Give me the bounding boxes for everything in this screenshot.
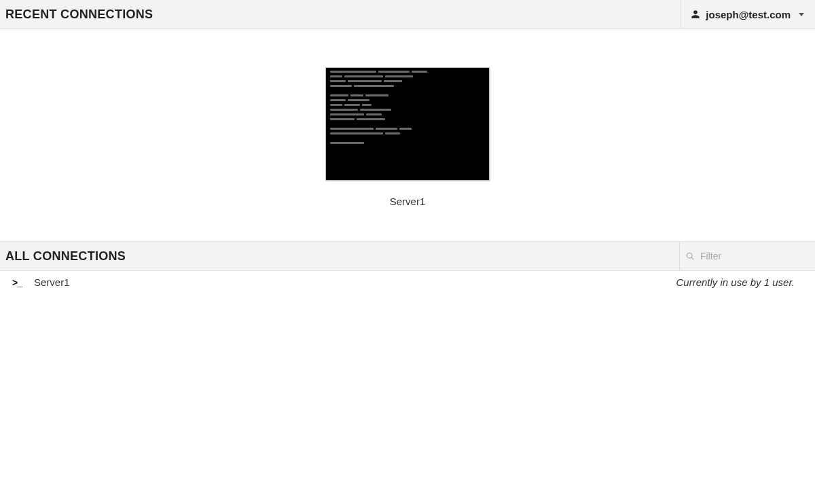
search-icon	[685, 251, 695, 261]
user-icon	[691, 10, 700, 19]
filter-box	[679, 242, 815, 270]
connection-row[interactable]: >_ Server1 Currently in use by 1 user.	[0, 271, 815, 293]
user-menu[interactable]: joseph@test.com	[681, 0, 815, 29]
all-connections-title: ALL CONNECTIONS	[0, 242, 131, 270]
recent-connections-header: RECENT CONNECTIONS joseph@test.com	[0, 0, 815, 29]
recent-connections-area: Server1	[0, 29, 815, 241]
svg-point-0	[687, 253, 692, 258]
user-email: joseph@test.com	[706, 9, 791, 20]
connection-status: Currently in use by 1 user.	[676, 276, 795, 288]
all-connections-header: ALL CONNECTIONS	[0, 241, 815, 271]
chevron-down-icon	[799, 13, 804, 16]
connection-name: Server1	[34, 276, 70, 288]
svg-line-1	[691, 257, 693, 259]
filter-input[interactable]	[695, 247, 810, 266]
recent-connection-card[interactable]: Server1	[325, 67, 490, 207]
terminal-thumbnail	[325, 67, 490, 181]
recent-connections-title: RECENT CONNECTIONS	[0, 0, 158, 29]
connection-row-left: >_ Server1	[12, 276, 70, 288]
terminal-icon: >_	[12, 277, 22, 288]
recent-connection-name: Server1	[390, 196, 426, 207]
